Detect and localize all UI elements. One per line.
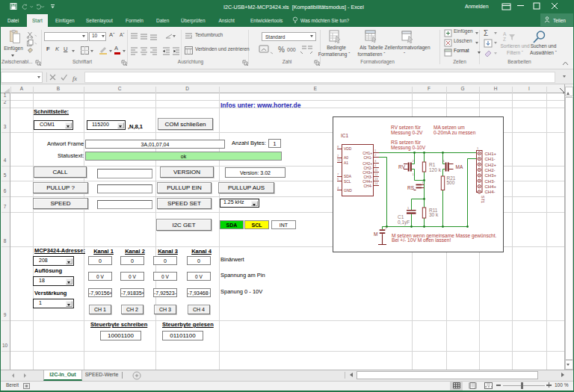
- svg-text:Messung 0-10V: Messung 0-10V: [391, 145, 426, 151]
- svg-text:RV: RV: [398, 164, 406, 169]
- svg-text:500: 500: [447, 180, 455, 185]
- svg-text:CH4-: CH4-: [364, 184, 373, 188]
- svg-text:RS: RS: [407, 185, 415, 190]
- svg-text:13: 13: [374, 177, 378, 181]
- svg-text:A0: A0: [344, 156, 348, 160]
- svg-text:CH3+: CH3+: [485, 173, 497, 178]
- svg-text:MA: MA: [456, 164, 463, 169]
- svg-text:VDD: VDD: [344, 147, 352, 151]
- svg-text:CH3-: CH3-: [485, 179, 496, 184]
- svg-text:CH3-: CH3-: [364, 175, 373, 179]
- svg-text:GND: GND: [344, 189, 352, 193]
- svg-text:Bei +/- 10V M offen lassen!: Bei +/- 10V M offen lassen!: [392, 237, 451, 243]
- svg-text:CH3+: CH3+: [362, 171, 372, 175]
- svg-text:Messung 0-2V: Messung 0-2V: [391, 130, 423, 136]
- svg-text:A1: A1: [344, 161, 348, 165]
- svg-text:CH4+: CH4+: [485, 184, 497, 189]
- svg-text:120 k: 120 k: [429, 167, 442, 172]
- svg-text:0-20mA zu messen: 0-20mA zu messen: [433, 130, 476, 135]
- svg-text:%: %: [278, 46, 285, 54]
- svg-text:CH4+: CH4+: [362, 180, 372, 184]
- svg-text:CH1-: CH1-: [485, 157, 496, 161]
- svg-text:SCL: SCL: [344, 180, 351, 184]
- svg-text:CH2+: CH2+: [485, 163, 497, 167]
- svg-text:30 k: 30 k: [429, 212, 439, 217]
- svg-text:12: 12: [374, 172, 378, 176]
- svg-text:ST1: ST1: [481, 196, 485, 203]
- svg-text:Z: Z: [503, 37, 506, 41]
- svg-text:CH2-: CH2-: [364, 167, 373, 170]
- svg-text:CH4-: CH4-: [485, 190, 496, 194]
- svg-text:14: 14: [374, 181, 378, 185]
- svg-text:CH2-: CH2-: [485, 168, 496, 172]
- svg-text:A: A: [503, 31, 507, 37]
- svg-text:IC1: IC1: [341, 133, 349, 138]
- svg-text:10: 10: [337, 158, 341, 162]
- svg-text:fx: fx: [72, 75, 77, 82]
- svg-text:CH1-: CH1-: [364, 156, 373, 160]
- svg-text:CH1+: CH1+: [485, 152, 497, 156]
- svg-text:SDA: SDA: [344, 175, 352, 178]
- svg-text:M: M: [374, 231, 377, 237]
- svg-text:CH1+: CH1+: [362, 152, 372, 155]
- svg-text:000: 000: [287, 47, 296, 52]
- svg-text:CH2+: CH2+: [362, 162, 372, 166]
- svg-text:0,1yF: 0,1yF: [398, 220, 410, 225]
